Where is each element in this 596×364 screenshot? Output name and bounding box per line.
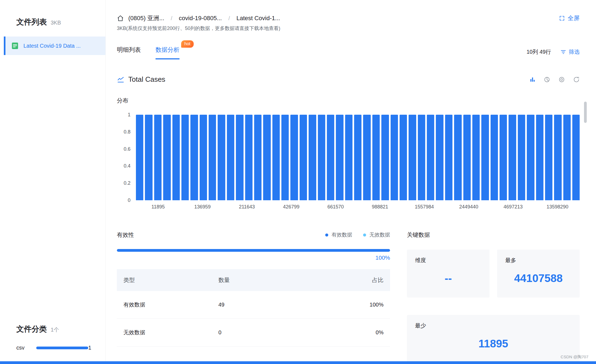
cell-count: 49 <box>218 302 301 308</box>
dimension-value: -- <box>445 270 452 284</box>
cell-count: 0 <box>218 329 301 336</box>
bar <box>318 115 325 200</box>
table-row-invalid: 无效数据 0 0% <box>117 319 390 347</box>
col-percent: 占比 <box>301 276 384 284</box>
bar <box>381 115 389 200</box>
y-tick-label: 0.2 <box>117 180 130 187</box>
donut-chart-type-icon[interactable] <box>558 76 565 83</box>
bar <box>518 115 525 200</box>
bar <box>300 115 307 200</box>
bar <box>409 115 416 200</box>
bar <box>472 115 480 200</box>
scrollbar-thumb[interactable] <box>584 102 587 123</box>
file-category-section: 文件分类 1个 csv 1 <box>0 324 105 364</box>
bar <box>445 115 452 200</box>
bottom-strip <box>0 361 596 364</box>
y-tick-label: 1 <box>117 111 130 118</box>
validity-legend: 有效数据 无效数据 <box>325 231 390 238</box>
bar <box>536 115 543 200</box>
bar <box>172 115 180 200</box>
dimension-card: 维度 -- <box>407 250 489 298</box>
category-row-csv[interactable]: csv 1 <box>16 345 91 351</box>
validity-header: 有效性 有效数据 无效数据 <box>117 231 390 239</box>
x-tick-label: 211643 <box>225 204 269 210</box>
category-label: csv <box>16 345 36 351</box>
tab-data-analysis-label: 数据分析 <box>156 46 180 53</box>
file-list-header: 文件列表 3KB <box>0 17 105 27</box>
tabs-right-tools: 10列 49行 筛选 <box>527 48 580 59</box>
main-panel: (0805) 亚洲... / covid-19-0805... / Latest… <box>106 0 596 364</box>
chart-header: Total Cases <box>117 75 580 84</box>
bar <box>263 115 270 200</box>
pie-chart-type-icon[interactable] <box>544 76 550 83</box>
bar <box>272 115 280 200</box>
fullscreen-button[interactable]: 全屏 <box>559 14 580 22</box>
x-tick-label: 1557984 <box>402 204 446 210</box>
bar <box>527 115 534 200</box>
rose-chart-type-icon[interactable] <box>573 76 580 83</box>
key-data-section: 关键数据 维度 -- 最多 44107588 最少 11895 <box>407 231 580 363</box>
bar <box>218 115 225 200</box>
filter-label: 筛选 <box>569 48 580 56</box>
validity-progress-bar <box>117 249 390 252</box>
validity-title: 有效性 <box>117 231 134 239</box>
breadcrumb-separator: / <box>171 15 172 22</box>
chart-type-switcher <box>530 76 580 83</box>
y-tick-label: 0 <box>117 197 130 204</box>
breadcrumb-item-subfolder[interactable]: covid-19-0805... <box>179 15 222 22</box>
chart-title: Total Cases <box>128 75 165 84</box>
bar <box>136 115 143 200</box>
x-tick-label: 11895 <box>136 204 180 210</box>
bar <box>281 115 289 200</box>
file-list-item-selected[interactable]: Latest Covid-19 Data ... <box>4 37 105 55</box>
x-axis: 1189513695921164342679966157098882115579… <box>136 204 580 210</box>
tab-detail-list[interactable]: 明细列表 <box>117 46 141 59</box>
filter-icon <box>560 49 566 55</box>
max-label: 最多 <box>505 257 571 264</box>
min-card: 最少 11895 <box>407 315 580 363</box>
min-label: 最少 <box>415 322 571 329</box>
bar <box>345 115 352 200</box>
chart-section: Total Cases 分布 <box>117 75 580 210</box>
dimension-label: 维度 <box>415 257 481 264</box>
legend-item-invalid: 无效数据 <box>363 231 390 238</box>
invalid-data-dot-icon <box>363 233 366 236</box>
plot-area: 1189513695921164342679966157098882115579… <box>136 115 580 210</box>
filter-button[interactable]: 筛选 <box>560 48 580 56</box>
x-tick-label: 661570 <box>314 204 358 210</box>
tabs-bar: 明细列表 数据分析 hot 10列 49行 筛选 <box>117 46 580 59</box>
app: 文件列表 3KB Latest Covid-19 Data ... 文件分类 1… <box>0 0 596 364</box>
lower-section: 有效性 有效数据 无效数据 100% <box>117 231 580 363</box>
file-category-header: 文件分类 1个 <box>16 324 91 334</box>
bar <box>545 115 552 200</box>
bar <box>200 115 207 200</box>
bar <box>145 115 152 200</box>
bar-chart-type-icon[interactable] <box>530 77 536 83</box>
tab-data-analysis[interactable]: 数据分析 hot <box>156 46 180 59</box>
breadcrumb-item-file[interactable]: Latest Covid-1... <box>236 15 280 22</box>
distribution-label: 分布 <box>117 97 580 104</box>
bar <box>363 115 370 200</box>
cell-percent: 0% <box>301 329 384 336</box>
hot-badge: hot <box>181 40 194 48</box>
x-tick-label: 4697213 <box>491 204 535 210</box>
y-tick-label: 0.8 <box>117 128 130 135</box>
file-name: Latest Covid-19 Data ... <box>23 43 81 49</box>
validity-percent: 100% <box>117 254 390 261</box>
bar <box>254 115 261 200</box>
y-axis: 10.80.60.40.20 <box>117 111 136 204</box>
bar <box>190 115 198 200</box>
fullscreen-label: 全屏 <box>568 14 580 22</box>
home-icon[interactable] <box>117 15 124 22</box>
bar <box>463 115 471 200</box>
bar <box>554 115 561 200</box>
validity-table: 类型 数量 占比 有效数据 49 100% 无效数据 0 0% <box>117 269 390 347</box>
bar <box>236 115 243 200</box>
x-tick-label: 426799 <box>269 204 314 210</box>
x-tick-label: 2449440 <box>446 204 491 210</box>
breadcrumb-item-folder[interactable]: (0805) 亚洲... <box>128 14 164 22</box>
bar <box>572 115 580 200</box>
bar <box>309 115 316 200</box>
bar <box>227 115 234 200</box>
breadcrumb: (0805) 亚洲... / covid-19-0805... / Latest… <box>117 14 580 22</box>
